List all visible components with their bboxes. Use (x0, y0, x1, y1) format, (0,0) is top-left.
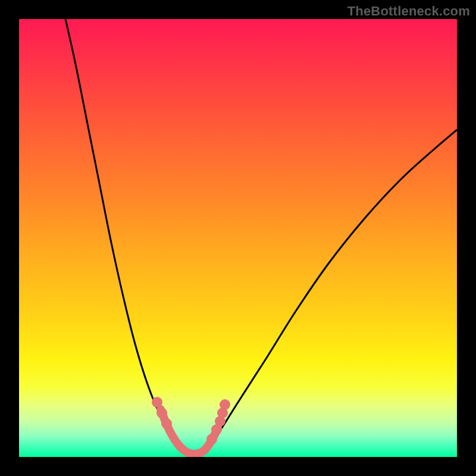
series-layer (65, 19, 457, 456)
plot-area (19, 19, 457, 457)
series-left-curve (65, 19, 195, 456)
chart-frame: TheBottleneck.com (0, 0, 476, 476)
scatter-dot (156, 408, 167, 418)
series-bottom-marker-path (161, 409, 218, 454)
series-right-curve (198, 130, 457, 456)
chart-svg (19, 19, 457, 457)
watermark-text: TheBottleneck.com (347, 4, 470, 19)
scatter-dot (152, 397, 162, 408)
scatter-dot (206, 434, 217, 444)
scatter-layer (152, 397, 230, 444)
scatter-dot (220, 399, 230, 410)
scatter-dot (161, 418, 172, 429)
